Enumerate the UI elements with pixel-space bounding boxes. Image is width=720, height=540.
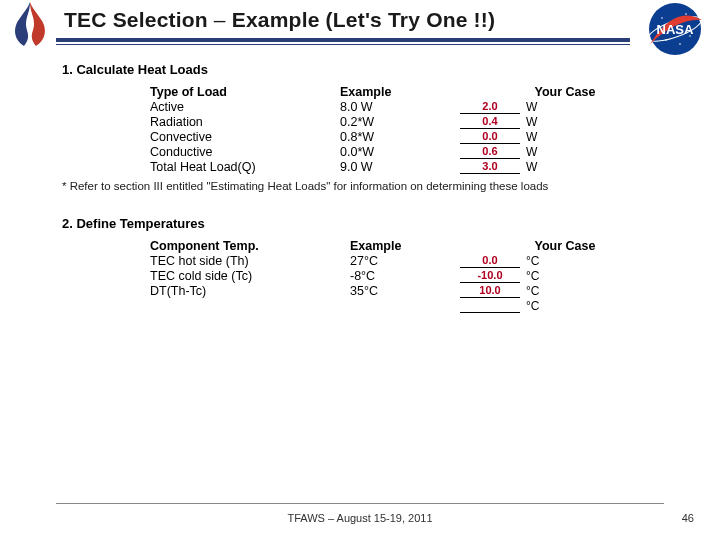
svg-point-7 bbox=[679, 43, 681, 45]
load-your-case: 0.4 W bbox=[460, 115, 670, 129]
load-label: Conductive bbox=[150, 145, 340, 159]
your-case-value[interactable]: 2.0 bbox=[460, 100, 520, 114]
col-your-case: Your Case bbox=[460, 239, 670, 253]
temperatures-table: Component Temp. Example Your Case TEC ho… bbox=[150, 239, 670, 313]
load-label: Radiation bbox=[150, 115, 340, 129]
section-2-title: 2. Define Temperatures bbox=[62, 216, 720, 231]
heat-loads-table: Type of Load Example Your Case Active 8.… bbox=[150, 85, 670, 174]
svg-text:NASA: NASA bbox=[657, 22, 694, 37]
unit-c: °C bbox=[526, 269, 539, 283]
load-example: 0.2*W bbox=[340, 115, 460, 129]
your-case-value[interactable]: 0.0 bbox=[460, 254, 520, 268]
header-rule-thick bbox=[56, 38, 630, 42]
svg-point-5 bbox=[689, 35, 691, 37]
your-case-value[interactable]: -10.0 bbox=[460, 269, 520, 283]
table-header: Component Temp. Example Your Case bbox=[150, 239, 670, 253]
slide: TEC Selection – Example (Let's Try One !… bbox=[0, 0, 720, 540]
load-your-case: 0.6 W bbox=[460, 145, 670, 159]
slide-title: TEC Selection – Example (Let's Try One !… bbox=[64, 8, 495, 32]
svg-point-3 bbox=[661, 17, 663, 19]
table-row: DT(Th-Tc) 35°C 10.0 °C bbox=[150, 284, 670, 298]
your-case-value[interactable]: 0.0 bbox=[460, 130, 520, 144]
table-row: Conductive 0.0*W 0.6 W bbox=[150, 145, 670, 159]
table-row: °C bbox=[150, 299, 670, 313]
your-case-value[interactable]: 0.6 bbox=[460, 145, 520, 159]
unit-c: °C bbox=[526, 299, 539, 313]
unit-w: W bbox=[526, 100, 537, 114]
svg-point-6 bbox=[665, 39, 667, 41]
unit-c: °C bbox=[526, 254, 539, 268]
title-text-b: Example (Let's Try One !!) bbox=[226, 8, 495, 31]
temp-label: TEC hot side (Th) bbox=[150, 254, 350, 268]
event-logo bbox=[6, 0, 54, 48]
col-example: Example bbox=[340, 85, 460, 99]
your-case-value[interactable]: 0.4 bbox=[460, 115, 520, 129]
unit-c: °C bbox=[526, 284, 539, 298]
unit-w: W bbox=[526, 130, 537, 144]
section-heat-loads: 1. Calculate Heat Loads Type of Load Exa… bbox=[0, 62, 720, 192]
load-your-case: 0.0 W bbox=[460, 130, 670, 144]
col-your-case: Your Case bbox=[460, 85, 670, 99]
temp-your-case: 10.0 °C bbox=[460, 284, 670, 298]
footnote: * Refer to section III entitled "Estimat… bbox=[62, 180, 720, 192]
table-header: Type of Load Example Your Case bbox=[150, 85, 670, 99]
temp-example: -8°C bbox=[350, 269, 460, 283]
load-your-case: 2.0 W bbox=[460, 100, 670, 114]
footer-rule bbox=[56, 503, 664, 504]
unit-w: W bbox=[526, 115, 537, 129]
load-example: 0.8*W bbox=[340, 130, 460, 144]
temp-example: 27°C bbox=[350, 254, 460, 268]
temp-your-case: -10.0 °C bbox=[460, 269, 670, 283]
unit-w: W bbox=[526, 160, 537, 174]
temp-label: TEC cold side (Tc) bbox=[150, 269, 350, 283]
your-case-value[interactable] bbox=[460, 299, 520, 313]
col-component: Component Temp. bbox=[150, 239, 350, 253]
table-row: Convective 0.8*W 0.0 W bbox=[150, 130, 670, 144]
page-number: 46 bbox=[682, 512, 694, 524]
temp-label: DT(Th-Tc) bbox=[150, 284, 350, 298]
col-example: Example bbox=[350, 239, 460, 253]
unit-w: W bbox=[526, 145, 537, 159]
load-label: Total Heat Load(Q) bbox=[150, 160, 340, 174]
load-example: 0.0*W bbox=[340, 145, 460, 159]
table-row: Total Heat Load(Q) 9.0 W 3.0 W bbox=[150, 160, 670, 174]
table-row: Radiation 0.2*W 0.4 W bbox=[150, 115, 670, 129]
temp-your-case: 0.0 °C bbox=[460, 254, 670, 268]
your-case-value[interactable]: 10.0 bbox=[460, 284, 520, 298]
title-text-a: TEC Selection bbox=[64, 8, 214, 31]
title-dash: – bbox=[214, 8, 226, 31]
nasa-logo: NASA bbox=[640, 0, 710, 58]
svg-point-4 bbox=[685, 13, 687, 15]
temp-example: 35°C bbox=[350, 284, 460, 298]
load-example: 9.0 W bbox=[340, 160, 460, 174]
section-1-title: 1. Calculate Heat Loads bbox=[62, 62, 720, 77]
load-label: Convective bbox=[150, 130, 340, 144]
footer-text: TFAWS – August 15-19, 2011 bbox=[0, 512, 720, 524]
section-temperatures: 2. Define Temperatures Component Temp. E… bbox=[0, 216, 720, 313]
table-row: TEC cold side (Tc) -8°C -10.0 °C bbox=[150, 269, 670, 283]
table-row: Active 8.0 W 2.0 W bbox=[150, 100, 670, 114]
header-rule-thin bbox=[56, 44, 630, 45]
load-your-case: 3.0 W bbox=[460, 160, 670, 174]
load-label: Active bbox=[150, 100, 340, 114]
header: TEC Selection – Example (Let's Try One !… bbox=[0, 0, 720, 48]
temp-your-case: °C bbox=[460, 299, 670, 313]
your-case-value[interactable]: 3.0 bbox=[460, 160, 520, 174]
load-example: 8.0 W bbox=[340, 100, 460, 114]
table-row: TEC hot side (Th) 27°C 0.0 °C bbox=[150, 254, 670, 268]
col-type: Type of Load bbox=[150, 85, 340, 99]
